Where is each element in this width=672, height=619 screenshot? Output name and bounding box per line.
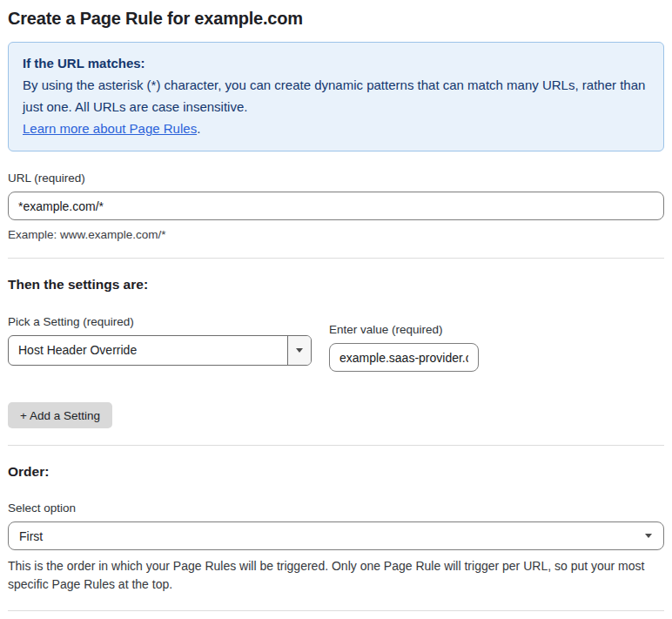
setting-row: Pick a Setting (required) Host Header Ov… — [8, 315, 664, 372]
order-select[interactable]: First — [8, 521, 664, 550]
url-label: URL (required) — [8, 172, 664, 185]
order-help-text: This is the order in which your Page Rul… — [8, 557, 664, 594]
create-page-rule-form: Create a Page Rule for example.com If th… — [0, 0, 672, 619]
setting-value-input[interactable] — [329, 343, 479, 372]
info-box-heading: If the URL matches: — [23, 52, 649, 74]
divider — [8, 445, 664, 446]
setting-picker-label: Pick a Setting (required) — [8, 315, 312, 328]
learn-more-link[interactable]: Learn more about Page Rules — [23, 121, 197, 136]
order-select-label: Select option — [8, 501, 664, 515]
setting-picker-dropdown[interactable]: Host Header Override — [8, 335, 312, 366]
setting-value-group: Enter value (required) — [329, 323, 479, 372]
divider — [8, 258, 664, 259]
setting-picker-value: Host Header Override — [9, 336, 287, 365]
url-example-text: Example: www.example.com/* — [8, 228, 664, 241]
info-box-link-line: Learn more about Page Rules. — [23, 118, 649, 139]
url-match-info-box: If the URL matches: By using the asteris… — [8, 42, 664, 151]
divider — [8, 610, 664, 611]
page-title: Create a Page Rule for example.com — [8, 9, 664, 29]
url-field-group: URL (required) Example: www.example.com/… — [8, 172, 664, 241]
url-input[interactable] — [8, 192, 664, 220]
order-section-heading: Order: — [8, 464, 664, 480]
info-box-body: By using the asterisk (*) character, you… — [23, 74, 649, 118]
chevron-down-glyph — [296, 348, 303, 353]
chevron-down-icon[interactable] — [287, 336, 311, 365]
chevron-down-icon — [645, 534, 652, 538]
add-setting-button[interactable]: + Add a Setting — [8, 402, 112, 428]
setting-picker-group: Pick a Setting (required) Host Header Ov… — [8, 315, 312, 372]
order-select-value: First — [19, 529, 43, 543]
setting-value-label: Enter value (required) — [329, 323, 479, 336]
learn-more-link-period: . — [197, 121, 200, 136]
settings-section-heading: Then the settings are: — [8, 277, 664, 293]
